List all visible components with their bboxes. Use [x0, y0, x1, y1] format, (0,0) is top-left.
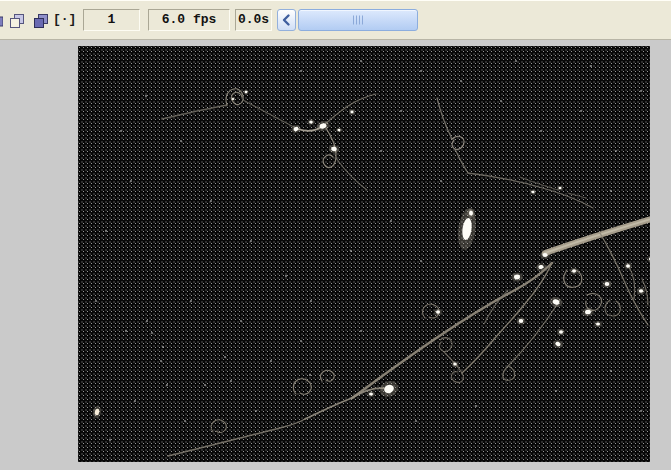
microscopy-image: [78, 46, 650, 462]
timeline-scrollbar-thumb[interactable]: [298, 9, 418, 31]
clipped-window-button[interactable]: [0, 9, 5, 31]
time-field[interactable]: 0.0s: [235, 9, 272, 31]
duplicate-view-icon: [9, 13, 25, 29]
center-point-icon: [·]: [53, 10, 73, 30]
duplicate-view-button[interactable]: [7, 9, 27, 31]
cascade-windows-icon: [33, 13, 49, 29]
content-area: [0, 40, 671, 470]
center-point-button[interactable]: [·]: [53, 9, 73, 31]
fps-field[interactable]: 6.0 fps: [148, 9, 230, 31]
image-viewport[interactable]: [78, 46, 650, 462]
scrollbar-grip-icon: [353, 16, 364, 25]
toolbar: [·] 1 6.0 fps 0.0s: [0, 0, 671, 39]
scroll-left-arrow-icon: [279, 11, 294, 29]
frame-number-field[interactable]: 1: [83, 9, 140, 31]
scroll-left-button[interactable]: [277, 9, 296, 31]
clipped-window-icon: [0, 13, 3, 29]
cascade-windows-button[interactable]: [31, 9, 51, 31]
